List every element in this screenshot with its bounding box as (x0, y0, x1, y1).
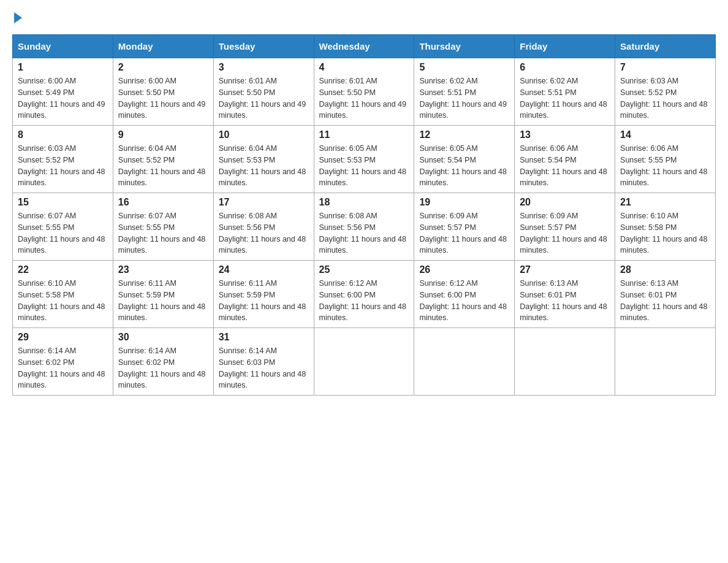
calendar-day-2: 2Sunrise: 6:00 AMSunset: 5:50 PMDaylight… (113, 58, 213, 126)
calendar-week-row-4: 22Sunrise: 6:10 AMSunset: 5:58 PMDayligh… (13, 261, 716, 328)
day-number: 6 (520, 62, 610, 73)
column-header-sunday: Sunday (13, 35, 113, 58)
page-header (12, 12, 716, 22)
day-info: Sunrise: 6:04 AMSunset: 5:52 PMDaylight:… (118, 143, 208, 189)
empty-cell (615, 328, 716, 396)
column-header-monday: Monday (113, 35, 213, 58)
calendar-day-6: 6Sunrise: 6:02 AMSunset: 5:51 PMDaylight… (515, 58, 615, 126)
calendar-day-24: 24Sunrise: 6:11 AMSunset: 5:59 PMDayligh… (213, 261, 314, 328)
day-number: 29 (18, 332, 108, 343)
day-info: Sunrise: 6:14 AMSunset: 6:02 PMDaylight:… (18, 345, 108, 391)
calendar-day-27: 27Sunrise: 6:13 AMSunset: 6:01 PMDayligh… (515, 261, 615, 328)
calendar-day-5: 5Sunrise: 6:02 AMSunset: 5:51 PMDaylight… (414, 58, 515, 126)
day-number: 24 (219, 264, 309, 275)
calendar-day-13: 13Sunrise: 6:06 AMSunset: 5:54 PMDayligh… (515, 126, 615, 193)
day-number: 23 (118, 264, 208, 275)
day-number: 15 (18, 197, 108, 208)
day-number: 20 (520, 197, 610, 208)
day-number: 25 (319, 264, 409, 275)
calendar-day-8: 8Sunrise: 6:03 AMSunset: 5:52 PMDaylight… (13, 126, 113, 193)
calendar-week-row-5: 29Sunrise: 6:14 AMSunset: 6:02 PMDayligh… (13, 328, 716, 396)
day-info: Sunrise: 6:07 AMSunset: 5:55 PMDaylight:… (18, 210, 108, 256)
day-info: Sunrise: 6:08 AMSunset: 5:56 PMDaylight:… (219, 210, 309, 256)
day-number: 1 (18, 62, 108, 73)
calendar-day-22: 22Sunrise: 6:10 AMSunset: 5:58 PMDayligh… (13, 261, 113, 328)
day-info: Sunrise: 6:13 AMSunset: 6:01 PMDaylight:… (620, 278, 710, 324)
day-info: Sunrise: 6:13 AMSunset: 6:01 PMDaylight:… (520, 278, 610, 324)
day-info: Sunrise: 6:12 AMSunset: 6:00 PMDaylight:… (419, 278, 509, 324)
column-header-wednesday: Wednesday (314, 35, 414, 58)
calendar-day-11: 11Sunrise: 6:05 AMSunset: 5:53 PMDayligh… (314, 126, 414, 193)
calendar-week-row-1: 1Sunrise: 6:00 AMSunset: 5:49 PMDaylight… (13, 58, 716, 126)
day-number: 4 (319, 62, 409, 73)
calendar-day-25: 25Sunrise: 6:12 AMSunset: 6:00 PMDayligh… (314, 261, 414, 328)
column-header-saturday: Saturday (615, 35, 716, 58)
day-info: Sunrise: 6:00 AMSunset: 5:49 PMDaylight:… (18, 75, 108, 121)
day-number: 28 (620, 264, 710, 275)
calendar-week-row-3: 15Sunrise: 6:07 AMSunset: 5:55 PMDayligh… (13, 193, 716, 261)
day-info: Sunrise: 6:03 AMSunset: 5:52 PMDaylight:… (620, 75, 710, 121)
calendar-day-12: 12Sunrise: 6:05 AMSunset: 5:54 PMDayligh… (414, 126, 515, 193)
day-number: 27 (520, 264, 610, 275)
day-info: Sunrise: 6:00 AMSunset: 5:50 PMDaylight:… (118, 75, 208, 121)
day-info: Sunrise: 6:02 AMSunset: 5:51 PMDaylight:… (520, 75, 610, 121)
day-number: 18 (319, 197, 409, 208)
day-number: 13 (520, 129, 610, 140)
day-info: Sunrise: 6:14 AMSunset: 6:03 PMDaylight:… (219, 345, 309, 391)
column-header-friday: Friday (515, 35, 615, 58)
day-info: Sunrise: 6:11 AMSunset: 5:59 PMDaylight:… (118, 278, 208, 324)
day-number: 31 (219, 332, 309, 343)
column-header-tuesday: Tuesday (213, 35, 314, 58)
calendar-day-29: 29Sunrise: 6:14 AMSunset: 6:02 PMDayligh… (13, 328, 113, 396)
calendar-day-18: 18Sunrise: 6:08 AMSunset: 5:56 PMDayligh… (314, 193, 414, 261)
day-number: 26 (419, 264, 509, 275)
day-info: Sunrise: 6:12 AMSunset: 6:00 PMDaylight:… (319, 278, 409, 324)
calendar-table: SundayMondayTuesdayWednesdayThursdayFrid… (12, 34, 716, 396)
day-number: 22 (18, 264, 108, 275)
day-number: 11 (319, 129, 409, 140)
day-number: 12 (419, 129, 509, 140)
empty-cell (515, 328, 615, 396)
calendar-day-1: 1Sunrise: 6:00 AMSunset: 5:49 PMDaylight… (13, 58, 113, 126)
calendar-day-4: 4Sunrise: 6:01 AMSunset: 5:50 PMDaylight… (314, 58, 414, 126)
calendar-day-9: 9Sunrise: 6:04 AMSunset: 5:52 PMDaylight… (113, 126, 213, 193)
calendar-day-14: 14Sunrise: 6:06 AMSunset: 5:55 PMDayligh… (615, 126, 716, 193)
calendar-day-17: 17Sunrise: 6:08 AMSunset: 5:56 PMDayligh… (213, 193, 314, 261)
day-info: Sunrise: 6:07 AMSunset: 5:55 PMDaylight:… (118, 210, 208, 256)
day-info: Sunrise: 6:02 AMSunset: 5:51 PMDaylight:… (419, 75, 509, 121)
day-info: Sunrise: 6:01 AMSunset: 5:50 PMDaylight:… (219, 75, 309, 121)
calendar-day-26: 26Sunrise: 6:12 AMSunset: 6:00 PMDayligh… (414, 261, 515, 328)
empty-cell (314, 328, 414, 396)
day-number: 2 (118, 62, 208, 73)
day-number: 14 (620, 129, 710, 140)
calendar-header-row: SundayMondayTuesdayWednesdayThursdayFrid… (13, 35, 716, 58)
day-number: 19 (419, 197, 509, 208)
day-info: Sunrise: 6:11 AMSunset: 5:59 PMDaylight:… (219, 278, 309, 324)
calendar-week-row-2: 8Sunrise: 6:03 AMSunset: 5:52 PMDaylight… (13, 126, 716, 193)
day-info: Sunrise: 6:04 AMSunset: 5:53 PMDaylight:… (219, 143, 309, 189)
day-number: 21 (620, 197, 710, 208)
day-info: Sunrise: 6:08 AMSunset: 5:56 PMDaylight:… (319, 210, 409, 256)
calendar-day-16: 16Sunrise: 6:07 AMSunset: 5:55 PMDayligh… (113, 193, 213, 261)
day-info: Sunrise: 6:03 AMSunset: 5:52 PMDaylight:… (18, 143, 108, 189)
logo (12, 12, 22, 22)
calendar-day-7: 7Sunrise: 6:03 AMSunset: 5:52 PMDaylight… (615, 58, 716, 126)
day-info: Sunrise: 6:05 AMSunset: 5:54 PMDaylight:… (419, 143, 509, 189)
day-info: Sunrise: 6:09 AMSunset: 5:57 PMDaylight:… (419, 210, 509, 256)
day-number: 16 (118, 197, 208, 208)
day-info: Sunrise: 6:10 AMSunset: 5:58 PMDaylight:… (18, 278, 108, 324)
day-number: 7 (620, 62, 710, 73)
calendar-day-3: 3Sunrise: 6:01 AMSunset: 5:50 PMDaylight… (213, 58, 314, 126)
day-info: Sunrise: 6:05 AMSunset: 5:53 PMDaylight:… (319, 143, 409, 189)
calendar-day-23: 23Sunrise: 6:11 AMSunset: 5:59 PMDayligh… (113, 261, 213, 328)
calendar-day-20: 20Sunrise: 6:09 AMSunset: 5:57 PMDayligh… (515, 193, 615, 261)
day-number: 30 (118, 332, 208, 343)
calendar-day-31: 31Sunrise: 6:14 AMSunset: 6:03 PMDayligh… (213, 328, 314, 396)
day-info: Sunrise: 6:09 AMSunset: 5:57 PMDaylight:… (520, 210, 610, 256)
day-number: 8 (18, 129, 108, 140)
empty-cell (414, 328, 515, 396)
day-number: 10 (219, 129, 309, 140)
day-number: 9 (118, 129, 208, 140)
column-header-thursday: Thursday (414, 35, 515, 58)
calendar-day-21: 21Sunrise: 6:10 AMSunset: 5:58 PMDayligh… (615, 193, 716, 261)
